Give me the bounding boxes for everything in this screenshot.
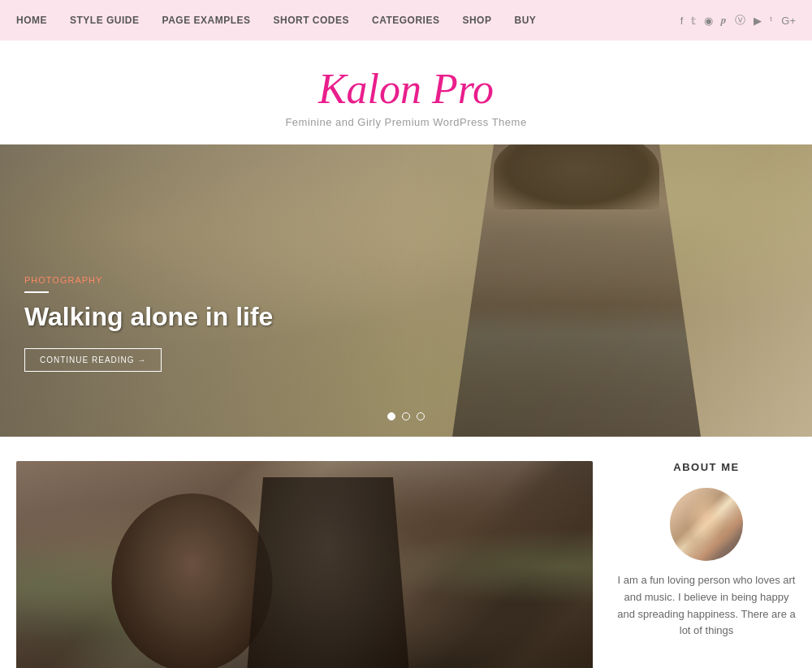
- about-avatar: [670, 488, 743, 561]
- site-title: Kalon Pro: [0, 65, 812, 113]
- main-nav: HOME STYLE GUIDE PAGE EXAMPLES SHORT COD…: [0, 0, 812, 41]
- googleplus-icon[interactable]: G+: [781, 15, 796, 27]
- hero-title: Walking alone in life: [24, 301, 273, 332]
- sidebar: ABOUT ME I am a fun loving person who lo…: [617, 461, 796, 668]
- about-text: I am a fun loving person who loves art a…: [617, 572, 796, 640]
- person-2-silhouette: [247, 477, 409, 668]
- hero-dot-1[interactable]: [387, 412, 395, 420]
- tumblr-icon[interactable]: ᵗ: [770, 15, 773, 27]
- youtube-icon[interactable]: ▶: [754, 15, 762, 27]
- instagram-icon[interactable]: ◉: [704, 15, 713, 27]
- nav-short-codes[interactable]: SHORT CODES: [273, 15, 349, 26]
- hero-content: PHOTOGRAPHY Walking alone in life CONTIN…: [24, 275, 273, 372]
- nav-page-examples[interactable]: PAGE EXAMPLES: [162, 15, 251, 26]
- nav-style-guide[interactable]: STYLE GUIDE: [70, 15, 140, 26]
- vimeo-icon[interactable]: ⓥ: [735, 13, 745, 28]
- social-icons: f 𝕥 ◉ 𝒑 ⓥ ▶ ᵗ G+: [680, 13, 796, 28]
- nav-shop[interactable]: SHOP: [462, 15, 491, 26]
- hero-divider: [24, 291, 49, 293]
- hero-dot-3[interactable]: [417, 412, 425, 420]
- nav-links: HOME STYLE GUIDE PAGE EXAMPLES SHORT COD…: [16, 15, 536, 26]
- nav-home[interactable]: HOME: [16, 15, 47, 26]
- featured-post-image: [16, 461, 593, 668]
- hero-continue-reading-button[interactable]: CONTINUE READING →: [24, 348, 162, 372]
- about-widget-title: ABOUT ME: [617, 461, 796, 473]
- nav-categories[interactable]: CATEGORIES: [372, 15, 439, 26]
- hero-slider: PHOTOGRAPHY Walking alone in life CONTIN…: [0, 144, 812, 437]
- site-subtitle: Feminine and Girly Premium WordPress The…: [0, 116, 812, 128]
- posts-area: [16, 461, 617, 668]
- facebook-icon[interactable]: f: [680, 15, 684, 27]
- hero-category: PHOTOGRAPHY: [24, 275, 273, 285]
- about-widget: ABOUT ME I am a fun loving person who lo…: [617, 461, 796, 640]
- nav-buy[interactable]: BUY: [514, 15, 536, 26]
- hero-dots: [387, 412, 425, 420]
- main-content: ABOUT ME I am a fun loving person who lo…: [0, 437, 812, 668]
- twitter-icon[interactable]: 𝕥: [691, 15, 696, 27]
- site-header: Kalon Pro Feminine and Girly Premium Wor…: [0, 41, 812, 144]
- hero-dot-2[interactable]: [402, 412, 410, 420]
- pinterest-icon[interactable]: 𝒑: [721, 14, 727, 27]
